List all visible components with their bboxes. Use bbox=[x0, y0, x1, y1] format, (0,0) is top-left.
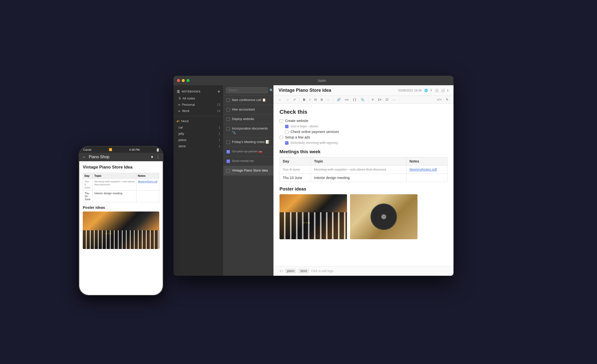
phone-note-title: Vintage Piano Store Idea bbox=[83, 165, 159, 170]
note-check-3[interactable] bbox=[226, 118, 230, 121]
note-check-7[interactable] bbox=[226, 160, 230, 163]
phone-col-day: Day bbox=[83, 173, 93, 179]
meeting-day-2: Thu 10 June bbox=[280, 174, 311, 182]
tag-piano-label: piano bbox=[178, 138, 186, 142]
toolbar-link-button[interactable]: 🔗 bbox=[335, 97, 342, 102]
toolbar-overflow-button[interactable]: ··· bbox=[391, 97, 397, 102]
check-item-3: Check online payment services bbox=[280, 130, 448, 134]
toolbar-checkbox-list-button[interactable]: ☑ bbox=[384, 97, 390, 102]
toolbar-back-button[interactable]: ← bbox=[277, 97, 283, 102]
toolbar-right-buttons: </> ✎ bbox=[435, 97, 450, 102]
phone-nav-bar: ← Piano Shop ▼ ⋮ bbox=[79, 153, 163, 161]
tag-store[interactable]: store 1 bbox=[174, 143, 223, 149]
meeting-notes-1: MeetingNotes.pdf bbox=[406, 166, 447, 174]
note-item-8[interactable]: Vintage Piano Store idea bbox=[224, 166, 273, 176]
toolbar-italic-button[interactable]: I bbox=[308, 97, 312, 102]
sidebar-item-work[interactable]: ▶ Work 14 bbox=[174, 108, 223, 114]
maximize-button[interactable] bbox=[186, 79, 190, 82]
minimize-button[interactable] bbox=[182, 79, 185, 82]
toolbar-bullet-list-button[interactable]: ≡ bbox=[370, 97, 375, 102]
phone-more-icon[interactable]: ⋮ bbox=[156, 155, 160, 159]
note-item-7[interactable]: Book rental car bbox=[224, 156, 273, 166]
meeting-day-1: Tue 8 June bbox=[280, 166, 311, 174]
note-check-5[interactable] bbox=[226, 140, 230, 144]
tag-car-count: 1 bbox=[218, 126, 220, 129]
add-tag-button[interactable]: Click to add tags... bbox=[311, 269, 336, 273]
tag-store-badge[interactable]: store bbox=[298, 269, 309, 273]
editor-content: Check this Create website Get a logo - d… bbox=[274, 104, 454, 266]
toolbar-strikethrough-button[interactable]: S bbox=[319, 97, 324, 102]
check-box-3[interactable] bbox=[285, 130, 288, 134]
note-check-8[interactable] bbox=[226, 169, 230, 172]
check-box-4[interactable] bbox=[280, 136, 283, 139]
sidebar-item-personal[interactable]: ▶ Personal 13 bbox=[174, 102, 223, 108]
phone-title: Piano Shop bbox=[89, 155, 148, 159]
toolbar-external-button[interactable]: ↗ bbox=[292, 97, 297, 102]
phone-content: Vintage Piano Store Idea Day Topic Notes… bbox=[79, 161, 163, 295]
editor-pane: Vintage Piano Store idea 03/06/2021 16:4… bbox=[274, 85, 454, 276]
tags-section-header: 🏷 TAGS bbox=[174, 118, 223, 124]
tag-piano[interactable]: piano 1 bbox=[174, 137, 223, 143]
sidebar: 📓 NOTEBOOKS + ☰ All notes ▶ Personal 13 … bbox=[174, 85, 224, 276]
toolbar-bold-button[interactable]: B bbox=[302, 97, 307, 102]
personal-label: Personal bbox=[182, 103, 195, 106]
tag-piano-badge[interactable]: piano bbox=[285, 269, 296, 273]
note-item-2[interactable]: Hire accountant bbox=[224, 105, 273, 114]
note-check-4[interactable] bbox=[226, 127, 230, 130]
phone-poster-heading: Poster ideas bbox=[83, 205, 159, 210]
info-icon: ℹ bbox=[447, 89, 448, 92]
toolbar-numbered-list-button[interactable]: 1≡ bbox=[376, 97, 383, 102]
note-title-6: Go pick up parcel 🚗 bbox=[232, 150, 262, 154]
tags-bar: 🏷 piano store Click to add tags... bbox=[274, 266, 454, 276]
all-notes-item[interactable]: ☰ All notes bbox=[174, 95, 223, 102]
toolbar-source-view-button[interactable]: </> bbox=[435, 97, 443, 102]
piano-img-visual bbox=[280, 194, 347, 239]
tag-car-label: car bbox=[178, 126, 183, 129]
phone-poster-image bbox=[83, 212, 159, 249]
note-item-1[interactable]: 8am conference call 📋 bbox=[224, 96, 273, 105]
phone-notes-link-1[interactable]: MeetingNotes.pdf bbox=[138, 180, 158, 183]
close-button[interactable] bbox=[177, 79, 180, 82]
note-check-2[interactable] bbox=[226, 108, 230, 112]
phone-back-button[interactable]: ← bbox=[82, 155, 86, 159]
tag-car[interactable]: car 1 bbox=[174, 124, 223, 130]
toolbar-highlight-button[interactable]: H bbox=[313, 97, 318, 102]
phone-table-row-2: Thu10June Interior design meeting bbox=[83, 190, 159, 202]
search-icon[interactable]: 🔍 bbox=[270, 88, 274, 92]
check-box-2[interactable] bbox=[285, 125, 288, 128]
note-item-3[interactable]: Deploy website bbox=[224, 114, 273, 124]
toolbar-attachment-button[interactable]: 📎 bbox=[359, 97, 366, 102]
search-input[interactable] bbox=[226, 87, 268, 93]
tag-jelly[interactable]: jelly 1 bbox=[174, 130, 223, 137]
toolbar-code-block-button[interactable]: {} bbox=[351, 97, 358, 102]
meeting-topic-2: Interior design meeting bbox=[311, 174, 406, 182]
add-notebook-button[interactable]: + bbox=[218, 89, 220, 94]
meetings-heading: Meetings this week bbox=[280, 149, 448, 154]
work-count: 14 bbox=[217, 109, 220, 113]
toolbar-more-button[interactable]: ··· bbox=[325, 97, 331, 102]
note-check-1[interactable] bbox=[226, 98, 230, 102]
meeting-notes-link-1[interactable]: MeetingNotes.pdf bbox=[410, 168, 437, 172]
phone-nav-icons: ▼ ⋮ bbox=[150, 155, 160, 159]
phone-yellow-dots bbox=[106, 233, 111, 234]
note-item-5[interactable]: Friday's Meeting notes 📝 bbox=[224, 138, 273, 147]
tag-store-count: 1 bbox=[218, 144, 220, 148]
tag-jelly-label: jelly bbox=[178, 132, 184, 136]
check-item-2: Get a logo - done! bbox=[280, 124, 448, 128]
note-main-title: Vintage Piano Store idea bbox=[278, 88, 398, 93]
phone-table-row: Tue 8June Meeting with supplier - ask ab… bbox=[83, 179, 159, 190]
piano-dots bbox=[303, 222, 310, 224]
check-box-1[interactable] bbox=[280, 119, 283, 123]
piano-dot-3 bbox=[308, 222, 310, 224]
toolbar-forward-button[interactable]: → bbox=[284, 97, 290, 102]
all-notes-label: All notes bbox=[182, 96, 195, 100]
phone-filter-icon[interactable]: ▼ bbox=[150, 155, 154, 159]
toolbar-inline-code-button[interactable]: <> bbox=[343, 97, 350, 102]
note-check-6[interactable] bbox=[226, 150, 230, 154]
note-item-4[interactable]: Incorporation documents 📎 bbox=[224, 124, 273, 138]
toolbar-rich-view-button[interactable]: ✎ bbox=[444, 97, 450, 102]
tags-label: TAGS bbox=[181, 120, 189, 123]
note-item-6[interactable]: Go pick up parcel 🚗 bbox=[224, 147, 273, 156]
check-box-5[interactable] bbox=[285, 141, 288, 145]
check-item-4: Setup a few ads bbox=[280, 135, 448, 139]
